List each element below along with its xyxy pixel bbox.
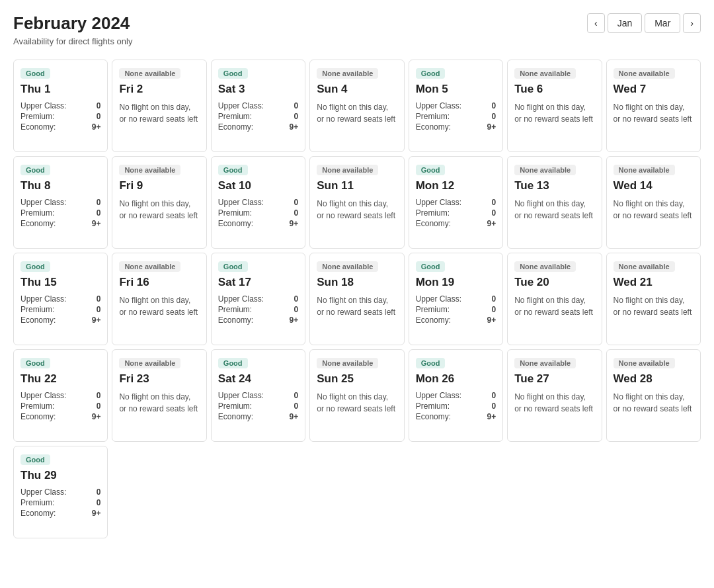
calendar-cell[interactable]: GoodMon 19Upper Class:0Premium:0Economy:… [409, 253, 503, 345]
economy-row: Economy:9+ [416, 412, 496, 421]
calendar-cell[interactable]: None availableWed 28No flight on this da… [606, 349, 701, 442]
calendar-cell[interactable]: GoodSat 3Upper Class:0Premium:0Economy:9… [211, 60, 305, 152]
calendar-cell[interactable]: GoodThu 15Upper Class:0Premium:0Economy:… [13, 253, 108, 345]
calendar-cell[interactable]: None availableFri 23No flight on this da… [112, 349, 206, 442]
calendar-cell[interactable]: GoodThu 1Upper Class:0Premium:0Economy:9… [13, 60, 108, 152]
premium-label: Premium: [20, 401, 54, 411]
premium-row: Premium:0 [20, 112, 100, 121]
no-flight-message: No flight on this day, or no reward seat… [614, 198, 694, 222]
upper-class-value: 0 [97, 101, 101, 110]
economy-label: Economy: [416, 122, 451, 132]
premium-label: Premium: [20, 498, 54, 507]
availability-badge: None available [514, 165, 576, 175]
upper-class-row: Upper Class:0 [20, 101, 100, 110]
day-label: Sat 10 [218, 179, 298, 192]
premium-row: Premium:0 [218, 401, 298, 411]
calendar-cell[interactable]: None availableWed 7No flight on this day… [606, 60, 701, 152]
calendar-cell[interactable]: GoodMon 26Upper Class:0Premium:0Economy:… [409, 349, 503, 442]
premium-value: 0 [294, 208, 299, 218]
premium-label: Premium: [20, 208, 54, 218]
calendar-cell[interactable]: GoodMon 12Upper Class:0Premium:0Economy:… [409, 156, 503, 249]
no-flight-message: No flight on this day, or no reward seat… [317, 101, 397, 125]
premium-value: 0 [491, 305, 496, 314]
availability-badge: Good [416, 261, 446, 272]
availability-badge: None available [614, 261, 675, 272]
day-label: Sun 11 [317, 179, 397, 192]
economy-value: 9+ [487, 315, 496, 325]
calendar-cell[interactable]: None availableWed 21No flight on this da… [606, 253, 701, 345]
economy-row: Economy:9+ [416, 122, 496, 132]
calendar-cell[interactable]: GoodSat 17Upper Class:0Premium:0Economy:… [211, 253, 305, 345]
calendar-cell[interactable]: GoodThu 8Upper Class:0Premium:0Economy:9… [13, 156, 108, 249]
day-label: Tue 20 [514, 276, 594, 289]
premium-row: Premium:0 [416, 112, 496, 121]
calendar-cell[interactable]: GoodSat 10Upper Class:0Premium:0Economy:… [211, 156, 305, 249]
page-title: February 2024 [13, 13, 132, 34]
calendar-cell[interactable]: GoodThu 22Upper Class:0Premium:0Economy:… [13, 349, 108, 442]
mar-nav-button[interactable]: Mar [645, 13, 680, 33]
premium-label: Premium: [20, 305, 54, 314]
upper-class-value: 0 [97, 294, 101, 304]
calendar-cell[interactable]: GoodMon 5Upper Class:0Premium:0Economy:9… [409, 60, 503, 152]
premium-label: Premium: [218, 305, 252, 314]
day-label: Tue 13 [514, 179, 594, 192]
next-arrow-button[interactable]: › [683, 13, 701, 33]
economy-label: Economy: [20, 315, 56, 325]
calendar-cell[interactable]: None availableTue 6No flight on this day… [507, 60, 602, 152]
calendar-cell[interactable]: None availableTue 20No flight on this da… [507, 253, 602, 345]
calendar-cell[interactable]: None availableSun 4No flight on this day… [309, 60, 404, 152]
economy-value: 9+ [487, 412, 496, 421]
jan-nav-button[interactable]: Jan [608, 13, 643, 33]
economy-label: Economy: [416, 315, 451, 325]
day-label: Tue 6 [514, 83, 594, 96]
premium-value: 0 [97, 112, 101, 121]
calendar-cell[interactable]: None availableFri 9No flight on this day… [112, 156, 206, 249]
economy-label: Economy: [20, 122, 56, 132]
upper-class-row: Upper Class:0 [416, 198, 496, 207]
economy-row: Economy:9+ [20, 219, 100, 228]
no-flight-message: No flight on this day, or no reward seat… [119, 391, 199, 415]
availability-badge: Good [20, 165, 50, 175]
day-label: Mon 19 [416, 276, 496, 289]
upper-class-row: Upper Class:0 [20, 198, 100, 207]
availability-badge: None available [514, 68, 576, 79]
premium-label: Premium: [416, 208, 450, 218]
day-label: Mon 5 [416, 83, 496, 96]
economy-row: Economy:9+ [20, 122, 100, 132]
economy-value: 9+ [290, 315, 299, 325]
upper-class-label: Upper Class: [218, 198, 264, 207]
day-label: Thu 29 [20, 469, 100, 482]
economy-row: Economy:9+ [20, 315, 100, 325]
upper-class-value: 0 [294, 294, 299, 304]
economy-value: 9+ [487, 122, 496, 132]
calendar-cell[interactable]: None availableFri 16No flight on this da… [112, 253, 206, 345]
availability-badge: None available [614, 165, 675, 175]
calendar-cell[interactable]: GoodThu 29Upper Class:0Premium:0Economy:… [13, 446, 108, 538]
calendar-cell[interactable]: None availableTue 13No flight on this da… [507, 156, 602, 249]
no-flight-message: No flight on this day, or no reward seat… [317, 198, 397, 222]
day-label: Fri 16 [119, 276, 199, 289]
calendar-cell[interactable]: None availableSun 11No flight on this da… [309, 156, 404, 249]
economy-row: Economy:9+ [20, 412, 100, 421]
premium-label: Premium: [416, 305, 450, 314]
calendar-cell[interactable]: None availableWed 14No flight on this da… [606, 156, 701, 249]
calendar-cell[interactable]: None availableSun 25No flight on this da… [309, 349, 404, 442]
prev-arrow-button[interactable]: ‹ [587, 13, 605, 33]
calendar-cell[interactable]: None availableTue 27No flight on this da… [507, 349, 602, 442]
upper-class-label: Upper Class: [416, 198, 461, 207]
premium-value: 0 [97, 305, 101, 314]
upper-class-label: Upper Class: [20, 487, 66, 497]
premium-label: Premium: [218, 112, 252, 121]
availability-badge: Good [218, 261, 248, 272]
calendar-cell[interactable]: None availableFri 2No flight on this day… [112, 60, 206, 152]
upper-class-row: Upper Class:0 [20, 487, 100, 497]
calendar-cell[interactable]: GoodSat 24Upper Class:0Premium:0Economy:… [211, 349, 305, 442]
day-label: Wed 14 [614, 179, 694, 192]
premium-row: Premium:0 [218, 208, 298, 218]
upper-class-row: Upper Class:0 [218, 101, 298, 110]
nav-buttons: ‹ Jan Mar › [587, 13, 701, 33]
calendar-cell[interactable]: None availableSun 18No flight on this da… [309, 253, 404, 345]
premium-row: Premium:0 [218, 305, 298, 314]
day-label: Tue 27 [514, 372, 594, 386]
upper-class-label: Upper Class: [20, 391, 66, 400]
